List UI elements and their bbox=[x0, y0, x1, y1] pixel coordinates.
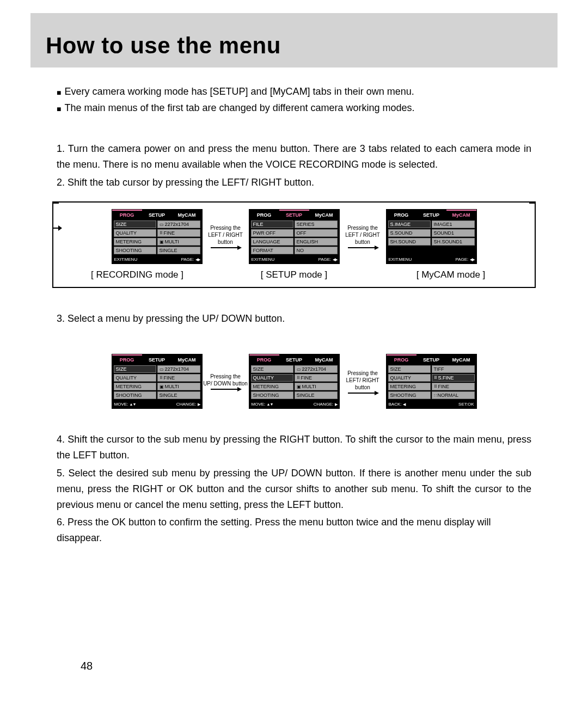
tab: PROG bbox=[112, 210, 142, 219]
menu-label: METERING bbox=[251, 383, 293, 390]
tab: PROG bbox=[387, 354, 416, 364]
bullet-text: Every camera working mode has [SETUP] an… bbox=[64, 84, 414, 100]
menu-label: PWR OFF bbox=[251, 229, 293, 237]
lcd-setup-mode: PROG SETUP MyCAM FILESERIES PWR OFFOFF L… bbox=[249, 209, 340, 264]
footer-left: EXIT:MENU bbox=[389, 257, 412, 262]
tab: SETUP bbox=[142, 354, 172, 364]
lcd-mycam-mode: PROG SETUP MyCAM S.IMAGEIMAGE1 S.SOUNDSO… bbox=[386, 209, 477, 264]
menu-value: ∷NORMAL bbox=[432, 391, 475, 399]
menu-label: FORMAT bbox=[251, 247, 293, 254]
menu-label: LANGUAGE bbox=[251, 238, 293, 246]
arrow-label: Pressing theLEFT / RIGHT button bbox=[203, 224, 249, 248]
footer-right: CHANGE: ▶ bbox=[314, 402, 337, 407]
page-number: 48 bbox=[81, 660, 93, 672]
bullet-icon: ■ bbox=[57, 87, 61, 99]
menu-value: SERIES bbox=[295, 220, 338, 228]
menu-value: TIFF bbox=[432, 365, 475, 373]
menu-value: ⠿FINE bbox=[157, 374, 200, 382]
menu-label: QUALITY bbox=[251, 374, 293, 382]
menu-value: ⠿FINE bbox=[432, 383, 475, 390]
footer-left: EXIT:MENU bbox=[114, 257, 138, 262]
lcd-select-step2: PROG SETUP MyCAM SIZE▭2272x1704 QUALITY⠿… bbox=[249, 354, 340, 409]
menu-label: SHOOTING bbox=[251, 391, 293, 399]
menu-label: QUALITY bbox=[388, 374, 431, 382]
menu-value: ⠿S.FINE bbox=[432, 374, 475, 382]
menu-label: SH.SOUND bbox=[388, 238, 431, 246]
menu-label: QUALITY bbox=[114, 229, 156, 237]
arrow-label: Pressing theLEFT/ RIGHT button bbox=[340, 370, 386, 394]
tab: SETUP bbox=[142, 210, 172, 219]
caption: [ MyCAM mode ] bbox=[372, 269, 529, 280]
tab: MyCAM bbox=[309, 354, 339, 364]
intro-bullets: ■Every camera working mode has [SETUP] a… bbox=[57, 84, 531, 116]
menu-value: ⠿FINE bbox=[295, 374, 338, 382]
step-4: 4. Shift the cursor to the sub menu by p… bbox=[57, 432, 531, 463]
menu-value: ENGLISH bbox=[295, 238, 338, 246]
figure-tab-modes: PROG SETUP MyCAM SIZE▭2272x1704 QUALITY⠿… bbox=[52, 201, 536, 288]
menu-value: OFF bbox=[295, 229, 338, 237]
tab: MyCAM bbox=[309, 210, 339, 219]
menu-label: SHOOTING bbox=[114, 391, 156, 399]
arrow-label: Pressing theLEFT / RIGHT button bbox=[340, 224, 386, 248]
menu-label: S.IMAGE bbox=[388, 220, 431, 228]
menu-value: SINGLE bbox=[157, 247, 200, 254]
menu-value: NO bbox=[295, 247, 338, 254]
tab: PROG bbox=[249, 210, 279, 219]
menu-value: ▣MULTI bbox=[157, 383, 200, 390]
step-6: 6. Press the OK button to confirm the se… bbox=[57, 514, 531, 546]
lcd-recording-mode: PROG SETUP MyCAM SIZE▭2272x1704 QUALITY⠿… bbox=[112, 209, 203, 264]
figure-select-menu: PROG SETUP MyCAM SIZE▭2272x1704 QUALITY⠿… bbox=[79, 354, 509, 409]
menu-value: SINGLE bbox=[157, 391, 200, 399]
menu-value: ▭2272x1704 bbox=[295, 365, 338, 373]
step-5: 5. Select the desired sub menu by pressi… bbox=[57, 465, 531, 512]
menu-label: S.SOUND bbox=[388, 229, 431, 237]
tab: PROG bbox=[387, 210, 416, 219]
tab: SETUP bbox=[279, 354, 309, 364]
footer-left: BACK: ◀ bbox=[389, 402, 405, 407]
menu-label: METERING bbox=[114, 383, 156, 390]
lcd-select-step3: PROG SETUP MyCAM SIZETIFF QUALITY⠿S.FINE… bbox=[386, 354, 477, 409]
menu-value: IMAGE1 bbox=[432, 220, 475, 228]
menu-label: SIZE bbox=[114, 365, 156, 373]
menu-label: SIZE bbox=[114, 220, 156, 228]
menu-label: SHOOTING bbox=[388, 391, 431, 399]
tab: MyCAM bbox=[446, 354, 476, 364]
footer-right: PAGE: ◀▶ bbox=[318, 257, 336, 262]
menu-value: SH.SOUND1 bbox=[432, 238, 475, 246]
footer-right: PAGE: ◀▶ bbox=[181, 257, 199, 262]
tab: PROG bbox=[249, 354, 279, 364]
tab: SETUP bbox=[416, 354, 446, 364]
title-band: How to use the menu bbox=[30, 13, 558, 68]
footer-left: MOVE: ▲▼ bbox=[252, 402, 273, 407]
tab: SETUP bbox=[416, 210, 446, 219]
page-title: How to use the menu bbox=[46, 33, 542, 59]
tab: MyCAM bbox=[172, 354, 202, 364]
bullet-text: The main menus of the first tab are chan… bbox=[64, 100, 414, 117]
menu-label: METERING bbox=[114, 238, 156, 246]
caption: [ RECORDING mode ] bbox=[59, 269, 216, 280]
footer-left: MOVE: ▲▼ bbox=[114, 402, 136, 407]
loop-arrow-icon bbox=[52, 228, 61, 229]
menu-label: SHOOTING bbox=[114, 247, 156, 254]
menu-value: ▣MULTI bbox=[157, 238, 200, 246]
tab: MyCAM bbox=[446, 210, 476, 219]
step-3: 3. Select a menu by pressing the UP/ DOW… bbox=[57, 311, 531, 327]
menu-label: QUALITY bbox=[114, 374, 156, 382]
step-2: 2. Shift the tab cursor by pressing the … bbox=[57, 175, 531, 191]
menu-value: ▣MULTI bbox=[295, 383, 338, 390]
tab: SETUP bbox=[279, 210, 309, 219]
arrow-label: Pressing theUP/ DOWN button bbox=[203, 373, 249, 390]
menu-value: ▭2272x1704 bbox=[157, 365, 200, 373]
footer-right: SET:OK bbox=[458, 402, 474, 407]
menu-value: SINGLE bbox=[295, 391, 338, 399]
menu-label: FILE bbox=[251, 220, 293, 228]
menu-label: SIZE bbox=[388, 365, 431, 373]
bullet-icon: ■ bbox=[57, 103, 61, 115]
menu-value: ▭2272x1704 bbox=[157, 220, 200, 228]
menu-label: SIZE bbox=[251, 365, 293, 373]
footer-right: PAGE: ◀▶ bbox=[455, 257, 474, 262]
lcd-select-step1: PROG SETUP MyCAM SIZE▭2272x1704 QUALITY⠿… bbox=[112, 354, 203, 409]
tab: MyCAM bbox=[172, 210, 202, 219]
footer-left: EXIT:MENU bbox=[252, 257, 275, 262]
footer-right: CHANGE: ▶ bbox=[176, 402, 200, 407]
